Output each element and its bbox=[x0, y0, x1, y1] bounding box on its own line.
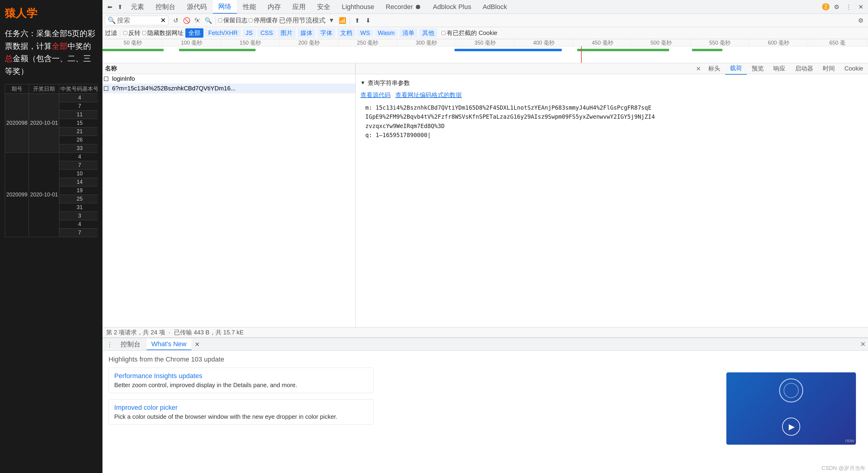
sidebar-task: 任务六：采集全部5页的彩票数据，计算全部中奖的总金额（包含一、二、三等奖） bbox=[5, 27, 98, 77]
reload-icon[interactable]: ↺ bbox=[171, 16, 181, 25]
invert-label[interactable]: 反转 bbox=[123, 29, 141, 37]
search-box[interactable]: 🔍 ✕ bbox=[105, 16, 168, 25]
tick-450: 450 毫秒 bbox=[573, 39, 632, 46]
sep3 bbox=[120, 30, 120, 37]
forward-icon[interactable]: ⬆ bbox=[115, 2, 125, 12]
download-icon[interactable]: ⬇ bbox=[363, 16, 373, 25]
preserve-log-label[interactable]: 保留日志 bbox=[218, 16, 247, 24]
disable-cache-label[interactable]: 停用缓存 bbox=[249, 16, 278, 24]
tab-performance[interactable]: 性能 bbox=[238, 1, 261, 13]
filter-all[interactable]: 全部 bbox=[185, 28, 204, 38]
view-source-link[interactable]: 查看源代码 bbox=[361, 90, 391, 100]
search-input[interactable] bbox=[117, 17, 159, 24]
number-cell: 7 bbox=[59, 102, 98, 111]
task-text-end: 金额（包含一、二、三等奖） bbox=[5, 54, 91, 75]
offline-dropdown-icon[interactable]: ▼ bbox=[327, 16, 336, 25]
section-title: 查询字符串参数 bbox=[368, 78, 410, 88]
whats-new-close-icon[interactable]: ✕ bbox=[193, 340, 202, 349]
tab-security[interactable]: 安全 bbox=[312, 1, 336, 13]
period-cell: 2020098 bbox=[5, 94, 29, 153]
filter-ws[interactable]: WS bbox=[357, 29, 373, 37]
number-cell: 4 bbox=[59, 94, 98, 102]
filter-css[interactable]: CSS bbox=[257, 29, 276, 37]
console-close-btn[interactable]: ✕ bbox=[860, 341, 866, 348]
csdn-watermark: CSDN @岁月当年 bbox=[822, 465, 866, 472]
tab-memory[interactable]: 内存 bbox=[262, 1, 286, 13]
filter-other[interactable]: 其他 bbox=[419, 28, 437, 38]
tick-400: 400 毫秒 bbox=[515, 39, 573, 46]
number-cell: 26 bbox=[59, 136, 98, 144]
filter-manifest[interactable]: 清单 bbox=[399, 28, 417, 38]
request-row-6[interactable]: ☐ 6?m=15c13i4%252BsznhkCBd7QVtiYDm16... bbox=[102, 84, 355, 93]
filter-media[interactable]: 媒体 bbox=[298, 28, 315, 38]
play-button[interactable]: ▶ bbox=[782, 417, 800, 436]
disable-cache-text: 停用缓存 bbox=[254, 16, 278, 24]
console-more-icon[interactable]: ⋮ bbox=[105, 340, 115, 349]
tab-network[interactable]: 网络 bbox=[213, 0, 237, 13]
filter-icon[interactable]: ⏧ bbox=[193, 16, 202, 25]
sidebar: 猿人学 任务六：采集全部5页的彩票数据，计算全部中奖的总金额（包含一、二、三等奖… bbox=[0, 0, 102, 473]
has-blocked-checkbox[interactable] bbox=[441, 31, 445, 35]
bar-3 bbox=[577, 49, 669, 51]
tab-application[interactable]: 应用 bbox=[287, 1, 311, 13]
filter-font[interactable]: 字体 bbox=[317, 28, 336, 38]
filter-fetch-xhr[interactable]: Fetch/XHR bbox=[205, 29, 241, 37]
console-tab-whats-new[interactable]: What's New bbox=[147, 339, 191, 350]
request-rows[interactable]: ☐ loginInfo ☐ 6?m=15c13i4%252BsznhkCBd7Q… bbox=[102, 74, 355, 327]
task-text-mid: 中奖的 bbox=[67, 41, 91, 51]
detail-close-btn[interactable]: ✕ bbox=[696, 65, 701, 72]
row-name-2: 6?m=15c13i4%252BsznhkCBd7QVtiYDm16... bbox=[110, 85, 355, 92]
request-row-logininfo[interactable]: ☐ loginInfo bbox=[102, 74, 355, 84]
tick-50: 50 毫秒 bbox=[104, 39, 162, 46]
wifi-icon[interactable]: 📶 bbox=[338, 16, 347, 25]
close-icon[interactable]: ✕ bbox=[856, 2, 866, 12]
console-content: Highlights from the Chrome 103 update Pe… bbox=[102, 351, 868, 473]
tab-lighthouse[interactable]: Lighthouse bbox=[336, 1, 380, 13]
tab-adblock[interactable]: AdBlock bbox=[477, 1, 513, 13]
hide-data-urls-checkbox[interactable] bbox=[142, 31, 146, 35]
tab-sources[interactable]: 源代码 bbox=[181, 1, 212, 13]
card-2-title[interactable]: Improved color picker bbox=[114, 404, 368, 412]
detail-tab-payload[interactable]: 载荷 bbox=[725, 63, 747, 75]
settings-icon[interactable]: ⚙ bbox=[832, 2, 841, 12]
tab-adblock-plus[interactable]: Adblock Plus bbox=[427, 1, 476, 13]
tick-300: 300 毫秒 bbox=[397, 39, 456, 46]
console-tab-console[interactable]: 控制台 bbox=[116, 338, 145, 350]
has-blocked-label[interactable]: 有已拦截的 Cookie bbox=[441, 29, 497, 37]
detail-tab-response[interactable]: 响应 bbox=[769, 63, 790, 74]
tab-console[interactable]: 控制台 bbox=[150, 1, 181, 13]
tab-elements[interactable]: 元素 bbox=[125, 1, 150, 13]
back-icon[interactable]: ⬅ bbox=[105, 2, 115, 12]
detail-tab-initiator[interactable]: 启动器 bbox=[790, 63, 818, 74]
video-label: now bbox=[845, 438, 854, 443]
number-cell: 11 bbox=[59, 111, 98, 119]
disable-cache-checkbox[interactable] bbox=[249, 19, 253, 22]
filter-doc[interactable]: 文档 bbox=[337, 28, 355, 38]
block-icon[interactable]: 🚫 bbox=[182, 16, 191, 25]
hide-data-urls-label[interactable]: 隐藏数据网址 bbox=[142, 29, 184, 37]
detail-section-header: ▼ 查询字符串参数 bbox=[361, 78, 863, 88]
filter-wasm[interactable]: Wasm bbox=[375, 29, 398, 37]
search-network-icon[interactable]: 🔍 bbox=[204, 16, 213, 25]
invert-checkbox[interactable] bbox=[123, 31, 127, 35]
preserve-log-checkbox[interactable] bbox=[218, 19, 222, 22]
detail-tab-cookie[interactable]: Cookie bbox=[840, 63, 868, 74]
filter-img[interactable]: 图片 bbox=[278, 28, 296, 38]
invert-text: 反转 bbox=[128, 29, 141, 37]
section-chevron-icon[interactable]: ▼ bbox=[361, 78, 365, 87]
tick-650: 650 毫 bbox=[808, 39, 867, 46]
tab-recorder[interactable]: Recorder ⏺ bbox=[380, 1, 427, 13]
network-settings-icon[interactable]: ⚙ bbox=[856, 16, 866, 25]
more-icon[interactable]: ⋮ bbox=[844, 2, 854, 12]
detail-tab-timing[interactable]: 时间 bbox=[818, 63, 840, 74]
upload-icon[interactable]: ⬆ bbox=[352, 16, 362, 25]
search-clear-icon[interactable]: ✕ bbox=[160, 17, 166, 24]
detail-tab-preview[interactable]: 预览 bbox=[747, 63, 769, 74]
filter-js[interactable]: JS bbox=[243, 29, 255, 37]
detail-tab-header[interactable]: 标头 bbox=[704, 63, 725, 74]
view-url-encoded-link[interactable]: 查看网址编码格式的数据 bbox=[396, 90, 462, 100]
card-1-title[interactable]: Performance Insights updates bbox=[114, 372, 368, 380]
row-check-2: ☐ bbox=[102, 85, 110, 92]
whats-new-video[interactable]: ▶ now bbox=[726, 372, 856, 445]
card-1-desc: Better zoom control, improved display in… bbox=[114, 382, 368, 389]
